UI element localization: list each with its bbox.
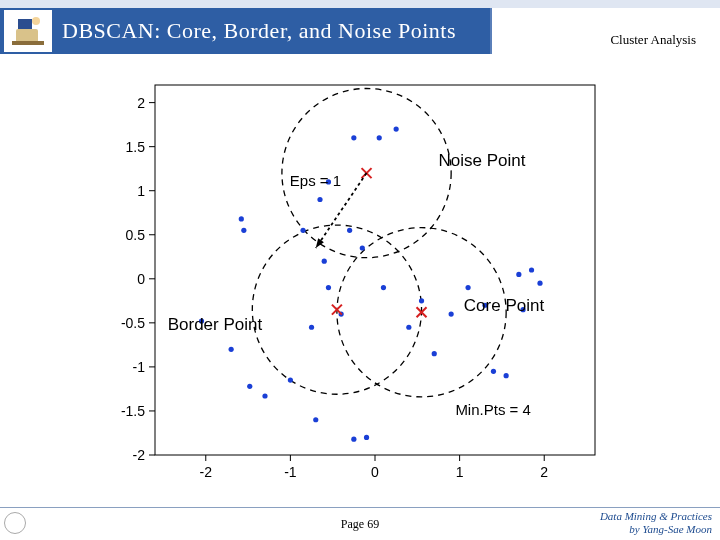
footer-credit: Data Mining & Practices by Yang-Sae Moon	[600, 510, 712, 536]
svg-text:Eps = 1: Eps = 1	[290, 172, 341, 189]
slide-title: DBSCAN: Core, Border, and Noise Points	[62, 18, 456, 44]
svg-text:-1.5: -1.5	[121, 403, 145, 419]
svg-text:1: 1	[456, 464, 464, 480]
svg-text:1: 1	[137, 183, 145, 199]
svg-point-61	[504, 373, 509, 378]
svg-point-58	[465, 285, 470, 290]
svg-point-44	[351, 437, 356, 442]
svg-point-51	[347, 228, 352, 233]
svg-point-65	[529, 267, 534, 272]
svg-point-50	[300, 228, 305, 233]
svg-text:-2: -2	[133, 447, 146, 463]
svg-point-37	[229, 347, 234, 352]
svg-point-43	[313, 417, 318, 422]
credit-line1: Data Mining & Practices	[600, 510, 712, 522]
svg-rect-0	[16, 29, 38, 43]
svg-text:0: 0	[371, 464, 379, 480]
svg-point-63	[537, 281, 542, 286]
dbscan-figure: -2-1012-2-1.5-1-0.500.511.52Eps = 1Noise…	[95, 70, 615, 490]
svg-rect-1	[18, 19, 32, 29]
svg-text:-2: -2	[200, 464, 213, 480]
slide-logo-icon	[4, 10, 52, 52]
svg-rect-3	[12, 41, 44, 45]
svg-point-70	[317, 197, 322, 202]
slide-subject: Cluster Analysis	[610, 32, 696, 48]
svg-point-41	[288, 378, 293, 383]
svg-point-64	[516, 272, 521, 277]
footer: Page 69 Data Mining & Practices by Yang-…	[0, 507, 720, 538]
svg-text:1.5: 1.5	[126, 139, 146, 155]
svg-point-48	[326, 285, 331, 290]
svg-marker-78	[316, 238, 324, 248]
svg-point-56	[419, 298, 424, 303]
credit-line2: by Yang-Sae Moon	[629, 523, 712, 535]
svg-text:-1: -1	[133, 359, 146, 375]
svg-point-68	[351, 135, 356, 140]
svg-point-55	[432, 351, 437, 356]
svg-text:Noise Point: Noise Point	[438, 151, 525, 170]
svg-point-52	[360, 245, 365, 250]
svg-text:Border Point: Border Point	[168, 315, 263, 334]
svg-point-38	[247, 384, 252, 389]
svg-text:Core Point: Core Point	[464, 296, 545, 315]
svg-point-46	[309, 325, 314, 330]
svg-point-45	[364, 435, 369, 440]
svg-point-53	[381, 285, 386, 290]
svg-text:2: 2	[137, 95, 145, 111]
svg-point-66	[394, 126, 399, 131]
svg-point-60	[491, 369, 496, 374]
svg-point-54	[406, 325, 411, 330]
svg-text:Min.Pts = 4: Min.Pts = 4	[455, 401, 530, 418]
svg-point-40	[239, 216, 244, 221]
svg-point-42	[262, 393, 267, 398]
svg-text:0.5: 0.5	[126, 227, 146, 243]
svg-text:-0.5: -0.5	[121, 315, 145, 331]
title-banner: DBSCAN: Core, Border, and Noise Points	[0, 8, 492, 54]
svg-text:-1: -1	[284, 464, 297, 480]
svg-point-57	[449, 311, 454, 316]
svg-point-2	[32, 17, 40, 25]
svg-text:2: 2	[540, 464, 548, 480]
svg-point-39	[241, 228, 246, 233]
svg-text:0: 0	[137, 271, 145, 287]
svg-point-49	[322, 259, 327, 264]
svg-point-67	[377, 135, 382, 140]
